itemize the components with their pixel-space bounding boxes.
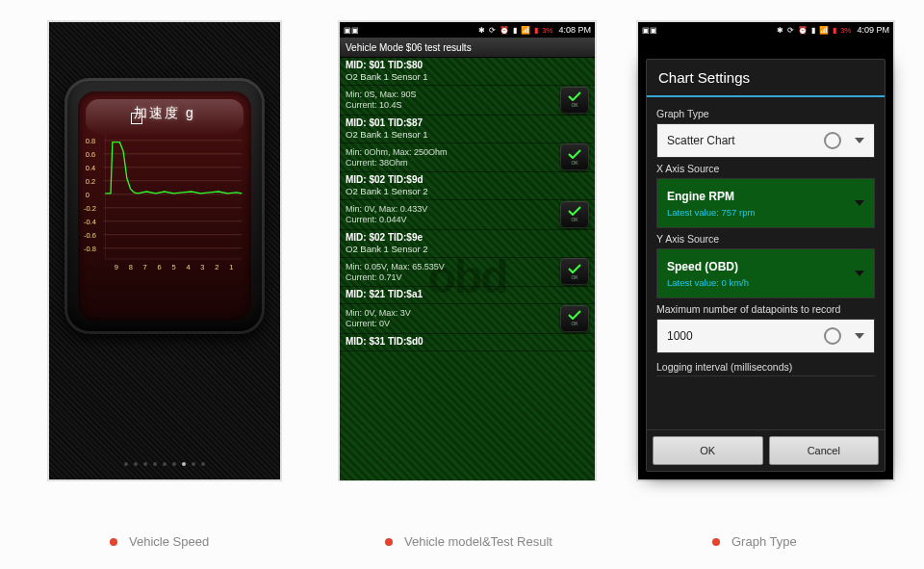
y-tick: 0.6 [86, 150, 95, 159]
result-stat: Min: 0V, Max: 3V Current: 0V [346, 308, 589, 330]
result-row[interactable]: MID: $02 TID:$9d O2 Bank 1 Sensor 2 [340, 172, 595, 200]
alarm-icon: ⏰ [500, 26, 509, 35]
y-tick: -0.8 [84, 245, 96, 253]
max-datapoints-dropdown[interactable]: 1000 [656, 319, 875, 353]
cancel-button[interactable]: Cancel [769, 436, 880, 465]
notif-icon: ▣▣ [642, 26, 657, 35]
graph-type-label: Graph Type [656, 108, 875, 119]
dialog-body[interactable]: Graph Type Scatter Chart X Axis Source E… [647, 97, 885, 429]
y-tick: 0.2 [86, 177, 95, 186]
panel-vehicle-speed: 加速度 g [48, 21, 281, 480]
result-sub: O2 Bank 1 Sensor 1 [346, 129, 589, 140]
result-sub: O2 Bank 1 Sensor 1 [346, 71, 589, 82]
ok-button[interactable]: OK [560, 201, 589, 228]
radio-icon [824, 132, 841, 149]
dialog-title: Chart Settings [647, 60, 885, 95]
y-tick: -0.4 [84, 218, 96, 226]
ok-button[interactable]: OK [560, 87, 589, 114]
y-axis-latest: Latest value: 0 km/h [667, 277, 749, 288]
result-head: MID: $01 TID:$80 [346, 60, 589, 70]
chevron-down-icon [855, 138, 864, 143]
gauge-screen: 加速度 g [49, 22, 280, 479]
result-stat-row[interactable]: Min: 0.05V, Max: 65.535V Current: 0.71V … [340, 258, 595, 288]
dialog-screen: Chart Settings Graph Type Scatter Chart … [638, 38, 893, 479]
battery-percent: 3% [542, 26, 553, 35]
result-head: MID: $01 TID:$87 [346, 117, 589, 128]
result-stat-row[interactable]: Min: 0V, Max: 3V Current: 0V OK [340, 304, 595, 334]
battery-icon: ▮ [833, 26, 836, 35]
y-tick: -0.6 [84, 231, 96, 240]
result-head: MID: $21 TID:$a1 [346, 289, 589, 299]
result-row[interactable]: MID: $31 TID:$d0 [340, 334, 595, 351]
gauge-bezel-outer: 加速度 g [64, 78, 265, 334]
panel-chart-settings: ▣▣ ✱ ⟳ ⏰ ▮ 📶 ▮ 3% 4:09 PM Chart Settings… [637, 21, 894, 480]
result-head: MID: $31 TID:$d0 [346, 336, 589, 347]
bluetooth-icon: ✱ [777, 26, 783, 35]
bluetooth-icon: ✱ [478, 26, 485, 35]
result-row[interactable]: MID: $02 TID:$9e O2 Bank 1 Sensor 2 [340, 230, 595, 258]
panel-test-results: ▣▣ ✱ ⟳ ⏰ ▮ 📶 ▮ 3% 4:08 PM Vehicle Mode $… [339, 21, 596, 480]
y-axis-dropdown[interactable]: Speed (OBD) Latest value: 0 km/h [656, 248, 875, 298]
ok-button[interactable]: OK [560, 143, 589, 170]
results-list[interactable]: obd MID: $01 TID:$80 O2 Bank 1 Sensor 1 … [340, 58, 595, 480]
gauge-chart: 0.8 0.6 0.4 0.2 0 -0.2 -0.4 -0.6 -0.8 9 … [84, 124, 245, 277]
result-stat: Min: 0Ohm, Max: 250Ohm Current: 38Ohm [346, 147, 589, 169]
result-row[interactable]: MID: $01 TID:$87 O2 Bank 1 Sensor 1 [340, 116, 595, 143]
result-stat-row[interactable]: Min: 0V, Max: 0.433V Current: 0.044V OK [340, 200, 595, 230]
x-axis-label: X Axis Source [656, 163, 875, 174]
wifi-icon: 📶 [819, 26, 829, 35]
result-stat: Min: 0S, Max: 90S Current: 10.4S [346, 90, 589, 112]
ok-button[interactable]: OK [653, 436, 763, 465]
header-title: Vehicle Mode $06 test results [346, 42, 472, 53]
interval-label: Logging interval (milliseconds) [656, 361, 875, 376]
result-sub: O2 Bank 1 Sensor 2 [346, 186, 589, 196]
result-row[interactable]: MID: $21 TID:$a1 [340, 287, 595, 304]
alarm-icon: ⏰ [798, 26, 808, 35]
max-datapoints-label: Maximum number of datapoints to record [656, 303, 875, 315]
y-tick: -0.2 [84, 204, 96, 213]
x-axis-value: Engine RPM [667, 190, 734, 203]
x-axis-dropdown[interactable]: Engine RPM Latest value: 757 rpm [656, 178, 875, 228]
ok-button[interactable]: OK [560, 258, 589, 285]
x-tick: 2 [215, 263, 218, 272]
graph-type-dropdown[interactable]: Scatter Chart [656, 123, 875, 158]
signal-icon: ▮ [513, 26, 517, 35]
dialog-footer: OK Cancel [647, 429, 885, 471]
screen-header: Vehicle Mode $06 test results [340, 38, 595, 58]
page-dots[interactable] [49, 453, 280, 470]
bullet-icon [110, 538, 117, 546]
y-axis-label: Y Axis Source [656, 233, 875, 245]
result-stat: Min: 0.05V, Max: 65.535V Current: 0.71V [346, 262, 589, 284]
ok-button[interactable]: OK [560, 305, 589, 332]
y-tick: 0.8 [86, 137, 95, 145]
status-bar: ▣▣ ✱ ⟳ ⏰ ▮ 📶 ▮ 3% 4:08 PM [340, 22, 595, 38]
battery-percent: 3% [840, 26, 852, 35]
radio-icon [824, 327, 841, 345]
chart-settings-dialog: Chart Settings Graph Type Scatter Chart … [646, 59, 886, 472]
result-row[interactable]: MID: $01 TID:$80 O2 Bank 1 Sensor 1 [340, 58, 595, 86]
x-tick: 7 [143, 263, 147, 272]
chevron-down-icon [855, 333, 864, 339]
result-stat: Min: 0V, Max: 0.433V Current: 0.044V [346, 204, 589, 226]
x-tick: 1 [229, 263, 233, 272]
y-tick: 0.4 [86, 164, 95, 172]
gauge-bezel[interactable]: 加速度 g [78, 91, 251, 321]
bullet-icon [712, 538, 720, 546]
result-stat-row[interactable]: Min: 0Ohm, Max: 250Ohm Current: 38Ohm OK [340, 143, 595, 173]
caption-test-result: Vehicle model&Test Result [385, 534, 552, 549]
caption-graph-type: Graph Type [712, 534, 797, 549]
sync-icon: ⟳ [787, 26, 794, 35]
max-datapoints-value: 1000 [667, 329, 824, 343]
x-tick: 5 [171, 263, 175, 272]
x-tick: 4 [186, 263, 190, 272]
clock: 4:08 PM [558, 25, 591, 35]
x-axis-latest: Latest value: 757 rpm [667, 207, 755, 218]
result-head: MID: $02 TID:$9e [346, 232, 589, 243]
result-sub: O2 Bank 1 Sensor 2 [346, 244, 589, 254]
battery-icon: ▮ [534, 26, 538, 35]
result-stat-row[interactable]: Min: 0S, Max: 90S Current: 10.4S OK [340, 86, 595, 116]
signal-icon: ▮ [811, 26, 815, 35]
chevron-down-icon [855, 200, 864, 206]
caption-vehicle-speed: Vehicle Speed [110, 534, 209, 549]
gauge-title: 加速度 g [78, 105, 251, 122]
